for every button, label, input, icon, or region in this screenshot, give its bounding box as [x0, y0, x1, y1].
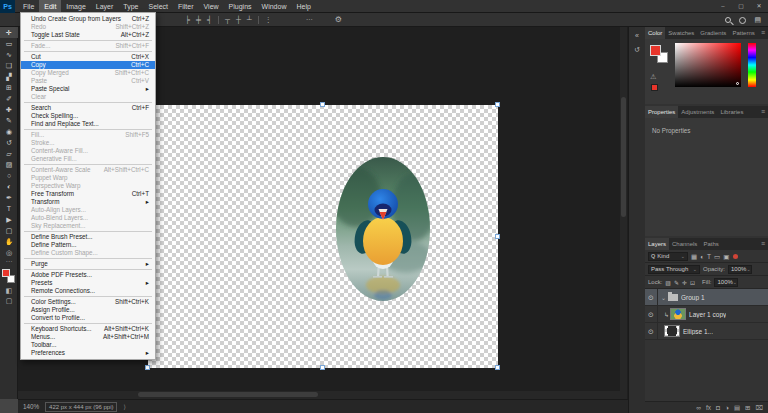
edit-menu-item-paste[interactable]: PasteCtrl+V — [21, 77, 155, 85]
layer-row-ellipse-1[interactable]: ⊙Ellipse 1... — [645, 323, 768, 340]
layer-thumbnail[interactable] — [664, 325, 680, 337]
lock-transparent-icon[interactable]: ▨ — [665, 279, 671, 286]
type-tool[interactable]: T — [0, 203, 18, 214]
frame-tool[interactable]: ⊞ — [0, 82, 18, 93]
layer-name[interactable]: Ellipse 1... — [683, 328, 713, 335]
hand-tool[interactable]: ✋ — [0, 236, 18, 247]
pen-tool[interactable]: ✒ — [0, 192, 18, 203]
horizontal-scrollbar-thumb[interactable] — [138, 392, 318, 397]
panel-menu-icon[interactable]: ≡ — [761, 27, 765, 39]
account-icon[interactable] — [739, 17, 746, 24]
layer-row-group-1[interactable]: ⊙⌄Group 1 — [645, 289, 768, 306]
horizontal-scrollbar[interactable] — [18, 391, 620, 399]
edit-menu-item-presets[interactable]: Presets▸ — [21, 279, 155, 287]
crop-tool[interactable]: ▞ — [0, 71, 18, 82]
new-layer-icon[interactable]: ⊞ — [745, 402, 750, 413]
eraser-tool[interactable]: ▱ — [0, 148, 18, 159]
filter-toggle[interactable] — [733, 254, 738, 259]
lock-paint-icon[interactable]: ✎ — [674, 279, 679, 286]
object-selection-tool[interactable]: ❏ — [0, 60, 18, 71]
panel-foreground-swatch[interactable] — [650, 45, 661, 56]
status-chevron-icon[interactable]: ⟩ — [123, 403, 125, 410]
workspace-switcher-icon[interactable]: ▤ — [754, 16, 761, 24]
document-canvas[interactable] — [148, 105, 498, 368]
align-bottom-icon[interactable]: ┴ — [247, 16, 252, 23]
layer-filter-kind-select[interactable]: Q Kind ⌄ — [648, 252, 688, 261]
marquee-tool[interactable]: ▭ — [0, 38, 18, 49]
edit-menu-item-check-spelling[interactable]: Check Spelling... — [21, 112, 155, 120]
edit-menu-item-perspective-warp[interactable]: Perspective Warp — [21, 182, 155, 190]
tab-paths[interactable]: Paths — [700, 238, 721, 250]
menubar-item-filter[interactable]: Filter — [173, 0, 199, 13]
edit-menu-item-transform[interactable]: Transform▸ — [21, 198, 155, 206]
delete-layer-icon[interactable]: ⌧ — [756, 402, 764, 413]
distribute-icon[interactable]: ⋮ — [265, 16, 272, 24]
layer-visibility-icon[interactable]: ⊙ — [645, 306, 658, 322]
layer-name[interactable]: Layer 1 copy — [689, 311, 726, 318]
vertical-scrollbar-thumb[interactable] — [621, 97, 626, 217]
transform-handle[interactable] — [495, 102, 500, 107]
history-brush-tool[interactable]: ↺ — [0, 137, 18, 148]
menubar-item-layer[interactable]: Layer — [91, 0, 119, 13]
edit-menu-item-toolbar[interactable]: Toolbar... — [21, 341, 155, 349]
menubar-item-select[interactable]: Select — [144, 0, 173, 13]
foreground-color-swatch[interactable] — [2, 269, 10, 277]
layer-visibility-icon[interactable]: ⊙ — [645, 289, 658, 305]
blur-tool[interactable]: ○ — [0, 170, 18, 181]
saturation-brightness-picker[interactable] — [675, 43, 741, 87]
tab-patterns[interactable]: Patterns — [729, 27, 757, 39]
edit-menu-item-define-brush-preset[interactable]: Define Brush Preset... — [21, 233, 155, 241]
new-group-icon[interactable]: ▤ — [734, 402, 740, 413]
menubar-item-edit[interactable]: Edit — [39, 0, 61, 13]
edit-menu-item-color-settings[interactable]: Color Settings...Shift+Ctrl+K — [21, 298, 155, 306]
adjustment-layer-icon[interactable]: ◑ — [725, 402, 729, 413]
brush-tool[interactable]: ✎ — [0, 115, 18, 126]
edit-menu-item-copy[interactable]: CopyCtrl+C — [21, 61, 155, 69]
maximize-icon[interactable]: ▢ — [732, 0, 750, 13]
filter-type-layers-icon[interactable]: T — [707, 250, 711, 263]
path-selection-tool[interactable]: ▶ — [0, 214, 18, 225]
group-expand-icon[interactable]: ⌄ — [661, 294, 666, 301]
zoom-tool[interactable]: ◎ — [0, 247, 18, 258]
edit-menu-item-keyboard-shortcuts[interactable]: Keyboard Shortcuts...Alt+Shift+Ctrl+K — [21, 325, 155, 333]
search-icon[interactable] — [725, 17, 731, 23]
menubar-item-plugins[interactable]: Plugins — [224, 0, 257, 13]
edit-menu-item-stroke[interactable]: Stroke... — [21, 139, 155, 147]
move-tool[interactable]: ✛ — [0, 27, 18, 38]
edit-menu-item-define-pattern[interactable]: Define Pattern... — [21, 241, 155, 249]
edit-menu-item-content-aware-scale[interactable]: Content-Aware ScaleAlt+Shift+Ctrl+C — [21, 166, 155, 174]
gamut-warning-icon[interactable]: ⚠ — [650, 73, 656, 81]
filter-smart-objects-icon[interactable]: ▣ — [723, 250, 729, 263]
hue-slider[interactable] — [748, 43, 756, 87]
ellipse-bird-layer[interactable] — [336, 157, 430, 301]
lock-all-icon[interactable]: ⊡ — [690, 279, 695, 286]
settings-gear-icon[interactable]: ⚙ — [335, 15, 342, 24]
tab-layers[interactable]: Layers — [645, 238, 669, 250]
lock-position-icon[interactable]: ✛ — [682, 279, 687, 286]
menubar-item-image[interactable]: Image — [61, 0, 90, 13]
align-top-icon[interactable]: ┬ — [225, 16, 230, 23]
edit-menu-item-menus[interactable]: Menus...Alt+Shift+Ctrl+M — [21, 333, 155, 341]
gradient-tool[interactable]: ▨ — [0, 159, 18, 170]
edit-toolbar-icon[interactable]: ⋯ — [0, 258, 18, 267]
menubar-item-file[interactable]: File — [18, 0, 39, 13]
tab-adjustments[interactable]: Adjustments — [678, 106, 717, 118]
edit-menu-item-generative-fill[interactable]: Generative Fill... — [21, 155, 155, 163]
transform-handle[interactable] — [495, 234, 500, 239]
fill-select[interactable]: 100% ⌄ — [714, 278, 738, 287]
tab-gradients[interactable]: Gradients — [697, 27, 729, 39]
edit-menu-item-cut[interactable]: CutCtrl+X — [21, 53, 155, 61]
edit-menu-item-clear[interactable]: Clear — [21, 93, 155, 101]
filter-pixel-layers-icon[interactable]: ▦ — [691, 250, 697, 263]
transform-handle[interactable] — [495, 365, 500, 370]
panel-menu-icon[interactable]: ≡ — [761, 106, 765, 118]
edit-menu-item-toggle-last-state[interactable]: Toggle Last StateAlt+Ctrl+Z — [21, 31, 155, 39]
layer-thumbnail[interactable] — [670, 308, 686, 320]
edit-menu-item-remote-connections[interactable]: Remote Connections... — [21, 287, 155, 295]
blend-mode-select[interactable]: Pass Through ⌄ — [648, 265, 700, 274]
filter-shape-layers-icon[interactable]: ▭ — [714, 250, 720, 263]
menubar-item-help[interactable]: Help — [291, 0, 315, 13]
edit-menu-item-paste-special[interactable]: Paste Special▸ — [21, 85, 155, 93]
edit-menu-item-free-transform[interactable]: Free TransformCtrl+T — [21, 190, 155, 198]
edit-menu-item-assign-profile[interactable]: Assign Profile... — [21, 306, 155, 314]
